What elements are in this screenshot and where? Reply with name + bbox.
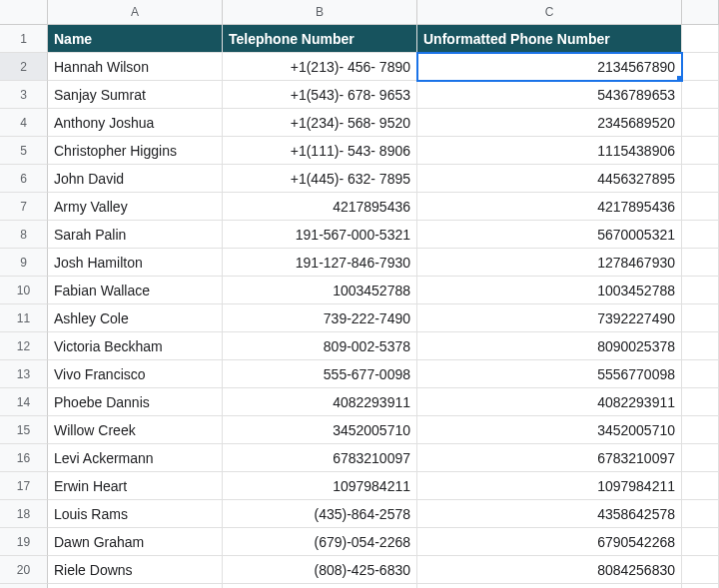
- row-header-16[interactable]: 16: [0, 444, 48, 472]
- cell-B8[interactable]: 191-567-000-5321: [223, 221, 417, 249]
- cell-B4[interactable]: +1(234)- 568- 9520: [223, 109, 417, 137]
- cell-B2[interactable]: +1(213)- 456- 7890: [223, 53, 417, 81]
- row-header-17[interactable]: 17: [0, 472, 48, 500]
- cell-C2[interactable]: 2134567890: [417, 53, 682, 81]
- cell-D2[interactable]: [682, 53, 719, 81]
- cell-B14[interactable]: 4082293911: [223, 388, 417, 416]
- cell-B3[interactable]: +1(543)- 678- 9653: [223, 81, 417, 109]
- header-unformatted[interactable]: Unformatted Phone Number: [417, 25, 682, 53]
- col-header-C[interactable]: C: [417, 0, 682, 25]
- cell-D8[interactable]: [682, 221, 719, 249]
- cell-D14[interactable]: [682, 388, 719, 416]
- row-header-15[interactable]: 15: [0, 416, 48, 444]
- col-header-B[interactable]: B: [223, 0, 417, 25]
- cell-C4[interactable]: 2345689520: [417, 109, 682, 137]
- cell-A20[interactable]: Riele Downs: [48, 556, 223, 584]
- cell-A9[interactable]: Josh Hamilton: [48, 249, 223, 277]
- row-header-5[interactable]: 5: [0, 137, 48, 165]
- cell-D13[interactable]: [682, 360, 719, 388]
- header-telephone[interactable]: Telephone Number: [223, 25, 417, 53]
- cell-A8[interactable]: Sarah Palin: [48, 221, 223, 249]
- cell-B20[interactable]: (808)-425-6830: [223, 556, 417, 584]
- cell-C9[interactable]: 1278467930: [417, 249, 682, 277]
- cell-B5[interactable]: +1(111)- 543- 8906: [223, 137, 417, 165]
- cell-D17[interactable]: [682, 472, 719, 500]
- cell-C12[interactable]: 8090025378: [417, 332, 682, 360]
- cell-C14[interactable]: 4082293911: [417, 388, 682, 416]
- cell-B10[interactable]: 1003452788: [223, 277, 417, 304]
- cell-D19[interactable]: [682, 528, 719, 556]
- cell-A17[interactable]: Erwin Heart: [48, 472, 223, 500]
- cell-A10[interactable]: Fabian Wallace: [48, 277, 223, 304]
- cell-D20[interactable]: [682, 556, 719, 584]
- cell-D10[interactable]: [682, 277, 719, 304]
- row-header-12[interactable]: 12: [0, 332, 48, 360]
- row-header-9[interactable]: 9: [0, 249, 48, 277]
- cell-A11[interactable]: Ashley Cole: [48, 304, 223, 332]
- cell-B17[interactable]: 1097984211: [223, 472, 417, 500]
- cell-D12[interactable]: [682, 332, 719, 360]
- row-header-1[interactable]: 1: [0, 25, 48, 53]
- cell-A19[interactable]: Dawn Graham: [48, 528, 223, 556]
- cell-A2[interactable]: Hannah Wilson: [48, 53, 223, 81]
- cell-A7[interactable]: Army Valley: [48, 193, 223, 221]
- cell-D11[interactable]: [682, 304, 719, 332]
- cell-B21[interactable]: [223, 584, 417, 588]
- cell-A3[interactable]: Sanjay Sumrat: [48, 81, 223, 109]
- row-header-7[interactable]: 7: [0, 193, 48, 221]
- row-header-6[interactable]: 6: [0, 165, 48, 193]
- row-header-14[interactable]: 14: [0, 388, 48, 416]
- cell-A18[interactable]: Louis Rams: [48, 500, 223, 528]
- cell-A15[interactable]: Willow Creek: [48, 416, 223, 444]
- row-header-3[interactable]: 3: [0, 81, 48, 109]
- cell-C13[interactable]: 5556770098: [417, 360, 682, 388]
- cell-D5[interactable]: [682, 137, 719, 165]
- row-header-11[interactable]: 11: [0, 304, 48, 332]
- cell-C8[interactable]: 5670005321: [417, 221, 682, 249]
- row-header-20[interactable]: 20: [0, 556, 48, 584]
- cell-C20[interactable]: 8084256830: [417, 556, 682, 584]
- cell-B11[interactable]: 739-222-7490: [223, 304, 417, 332]
- cell-D3[interactable]: [682, 81, 719, 109]
- cell-A6[interactable]: John David: [48, 165, 223, 193]
- cell-B18[interactable]: (435)-864-2578: [223, 500, 417, 528]
- header-name[interactable]: Name: [48, 25, 223, 53]
- col-header-A[interactable]: A: [48, 0, 223, 25]
- cell-A5[interactable]: Christopher Higgins: [48, 137, 223, 165]
- cell-C11[interactable]: 7392227490: [417, 304, 682, 332]
- row-header-4[interactable]: 4: [0, 109, 48, 137]
- cell-B12[interactable]: 809-002-5378: [223, 332, 417, 360]
- corner-cell[interactable]: [0, 0, 48, 25]
- cell-A16[interactable]: Levi Ackermann: [48, 444, 223, 472]
- cell-A13[interactable]: Vivo Francisco: [48, 360, 223, 388]
- cell-D1[interactable]: [682, 25, 719, 53]
- cell-C21[interactable]: [417, 584, 682, 588]
- cell-D4[interactable]: [682, 109, 719, 137]
- cell-A14[interactable]: Phoebe Dannis: [48, 388, 223, 416]
- cell-C3[interactable]: 5436789653: [417, 81, 682, 109]
- cell-C10[interactable]: 1003452788: [417, 277, 682, 304]
- cell-D7[interactable]: [682, 193, 719, 221]
- cell-C15[interactable]: 3452005710: [417, 416, 682, 444]
- row-header-2[interactable]: 2: [0, 53, 48, 81]
- cell-C17[interactable]: 1097984211: [417, 472, 682, 500]
- cell-A12[interactable]: Victoria Beckham: [48, 332, 223, 360]
- cell-B19[interactable]: (679)-054-2268: [223, 528, 417, 556]
- cell-B13[interactable]: 555-677-0098: [223, 360, 417, 388]
- cell-B9[interactable]: 191-127-846-7930: [223, 249, 417, 277]
- cell-B6[interactable]: +1(445)- 632- 7895: [223, 165, 417, 193]
- cell-D21[interactable]: [682, 584, 719, 588]
- cell-D9[interactable]: [682, 249, 719, 277]
- cell-B15[interactable]: 3452005710: [223, 416, 417, 444]
- cell-A4[interactable]: Anthony Joshua: [48, 109, 223, 137]
- row-header-19[interactable]: 19: [0, 528, 48, 556]
- cell-D15[interactable]: [682, 416, 719, 444]
- row-header-13[interactable]: 13: [0, 360, 48, 388]
- row-header-21[interactable]: 21: [0, 584, 48, 588]
- row-header-10[interactable]: 10: [0, 277, 48, 304]
- cell-D16[interactable]: [682, 444, 719, 472]
- cell-C7[interactable]: 4217895436: [417, 193, 682, 221]
- cell-C18[interactable]: 4358642578: [417, 500, 682, 528]
- cell-C6[interactable]: 4456327895: [417, 165, 682, 193]
- cell-C19[interactable]: 6790542268: [417, 528, 682, 556]
